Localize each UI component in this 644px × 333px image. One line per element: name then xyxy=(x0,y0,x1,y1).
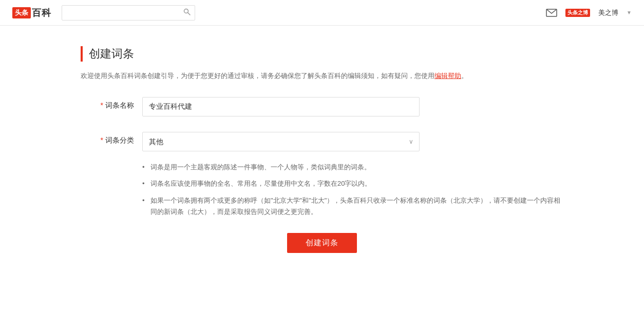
name-label: *词条名称 xyxy=(81,97,142,110)
description-text: 欢迎使用头条百科词条创建引导，为便于您更好的通过审核，请务必确保您了解头条百科的… xyxy=(81,72,434,80)
name-input[interactable] xyxy=(142,97,420,116)
toutiao-text: 头条 xyxy=(12,7,31,18)
logo-toutiao[interactable]: 头条 百科 xyxy=(12,7,51,19)
form-group-category: *词条分类 其他 人物 地理 科技 文化 历史 ∨ xyxy=(81,132,563,151)
tip-item-3: 如果一个词条拥有两个或更多的称呼（如"北京大学"和"北大"），头条百科只收录一个… xyxy=(142,195,563,218)
header: 头条 百科 头条之博 美之博 ▼ xyxy=(0,0,644,26)
baike-text: 百科 xyxy=(32,7,51,19)
platform-badge: 头条之博 xyxy=(565,9,590,17)
category-required-star: * xyxy=(101,136,103,144)
tips-list: 词条是用一个主题客观的陈述一件事物、一个人物等，类似词典里的词条。 词条名应该使… xyxy=(142,162,563,217)
edit-help-link[interactable]: 编辑帮助 xyxy=(434,72,461,80)
tip-item-2: 词条名应该使用事物的全名、常用名，尽量使用中文名，字数在20字以内。 xyxy=(142,178,563,189)
search-icon[interactable] xyxy=(183,8,191,17)
search-bar xyxy=(62,5,195,21)
form-group-name: *词条名称 xyxy=(81,97,563,116)
header-left: 头条 百科 xyxy=(12,5,195,21)
user-name[interactable]: 美之博 xyxy=(598,8,618,17)
category-select-wrapper: 其他 人物 地理 科技 文化 历史 ∨ xyxy=(142,132,420,151)
page-description: 欢迎使用头条百科词条创建引导，为便于您更好的通过审核，请务必确保您了解头条百科的… xyxy=(81,70,563,82)
page-title-section: 创建词条 xyxy=(81,46,563,62)
user-dropdown-arrow[interactable]: ▼ xyxy=(627,10,632,15)
tips-section: 词条是用一个主题客观的陈述一件事物、一个人物等，类似词典里的词条。 词条名应该使… xyxy=(142,162,563,217)
category-label: *词条分类 xyxy=(81,132,142,145)
search-input[interactable] xyxy=(66,9,183,16)
page-title: 创建词条 xyxy=(89,46,563,62)
tip-item-1: 词条是用一个主题客观的陈述一件事物、一个人物等，类似词典里的词条。 xyxy=(142,162,563,173)
name-label-text: 词条名称 xyxy=(105,101,134,109)
description-end: 。 xyxy=(461,72,468,80)
user-logo: 头条之博 xyxy=(565,9,590,17)
category-select[interactable]: 其他 人物 地理 科技 文化 历史 xyxy=(142,132,420,151)
header-right: 头条之博 美之博 ▼ xyxy=(546,8,632,17)
main-content: 创建词条 欢迎使用头条百科词条创建引导，为便于您更好的通过审核，请务必确保您了解… xyxy=(70,26,574,273)
svg-line-1 xyxy=(188,13,191,15)
submit-section: 创建词条 xyxy=(81,233,563,253)
name-required-star: * xyxy=(101,101,103,109)
mail-icon[interactable] xyxy=(546,9,557,17)
category-label-text: 词条分类 xyxy=(105,136,134,144)
submit-button[interactable]: 创建词条 xyxy=(287,233,357,253)
